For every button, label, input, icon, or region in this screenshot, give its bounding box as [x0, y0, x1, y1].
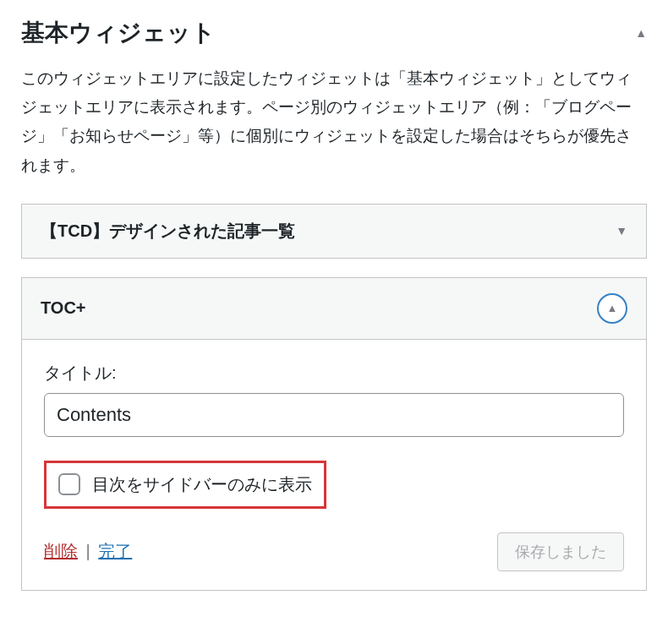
- widget-expanded: TOC+ ▲ タイトル: 目次をサイドバーのみに表示 削除 | 完了 保存しまし…: [21, 277, 647, 591]
- widget-expanded-title: TOC+: [41, 298, 86, 318]
- collapse-icon: ▲: [635, 26, 647, 40]
- collapse-toggle-button[interactable]: ▲: [597, 293, 627, 324]
- done-link[interactable]: 完了: [98, 542, 132, 560]
- widget-footer: 削除 | 完了 保存しました: [44, 532, 624, 571]
- link-separator: |: [86, 542, 90, 560]
- widget-expanded-header[interactable]: TOC+ ▲: [22, 278, 646, 340]
- checkbox-row-highlighted: 目次をサイドバーのみに表示: [44, 461, 326, 509]
- title-input[interactable]: [44, 393, 624, 437]
- checkbox-label: 目次をサイドバーのみに表示: [92, 473, 312, 496]
- title-field-label: タイトル:: [44, 362, 624, 385]
- widget-collapsed: 【TCD】デザインされた記事一覧 ▼: [21, 204, 647, 259]
- section-title: 基本ウィジェット: [21, 17, 216, 49]
- chevron-up-icon: ▲: [607, 302, 618, 314]
- saved-button[interactable]: 保存しました: [497, 532, 624, 571]
- widget-collapsed-header[interactable]: 【TCD】デザインされた記事一覧 ▼: [22, 205, 646, 258]
- section-header[interactable]: 基本ウィジェット ▲: [21, 17, 647, 49]
- chevron-down-icon: ▼: [616, 224, 627, 237]
- footer-links: 削除 | 完了: [44, 540, 132, 563]
- delete-link[interactable]: 削除: [44, 542, 78, 560]
- section-description: このウィジェットエリアに設定したウィジェットは「基本ウィジェット」としてウィジェ…: [21, 64, 647, 180]
- sidebar-only-checkbox[interactable]: [58, 473, 80, 495]
- widget-body: タイトル: 目次をサイドバーのみに表示 削除 | 完了 保存しました: [22, 340, 646, 590]
- widget-collapsed-title: 【TCD】デザインされた記事一覧: [41, 220, 295, 243]
